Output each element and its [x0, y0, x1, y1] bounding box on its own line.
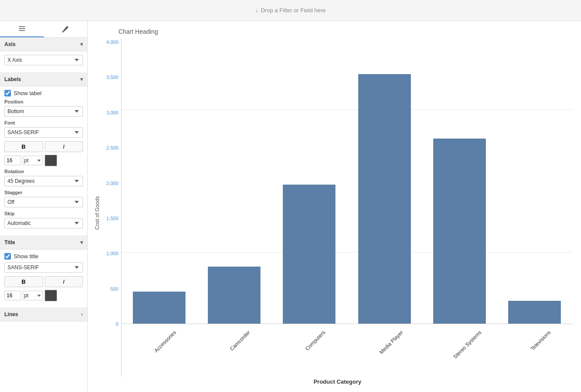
- skip-label: Skip: [4, 211, 83, 216]
- rotation-select-row: 45 Degrees 0 Degrees 90 Degrees -45 Degr…: [4, 176, 83, 186]
- tab-list[interactable]: [0, 21, 44, 37]
- x-label-group: Televisions: [497, 324, 572, 377]
- x-label-group: Stereo Systems: [422, 324, 497, 377]
- show-label-checkbox[interactable]: [4, 90, 11, 96]
- rotation-select[interactable]: 45 Degrees 0 Degrees 90 Degrees -45 Degr…: [4, 176, 83, 186]
- x-label: Computers: [304, 329, 326, 352]
- bar[interactable]: [508, 301, 561, 324]
- labels-size-input[interactable]: [4, 156, 21, 165]
- bar-group[interactable]: [347, 39, 422, 324]
- x-label-group: Media Player: [347, 324, 422, 377]
- bar-group[interactable]: [422, 39, 497, 324]
- chart-plot: 05001,0001,5002,0002,5003,0003,5004,000 …: [103, 39, 572, 388]
- y-tick-label: 500: [103, 285, 121, 292]
- axis-chevron-icon: ▾: [80, 41, 83, 47]
- x-labels-area: AccessoriesCamcorderComputersMedia Playe…: [121, 324, 572, 377]
- labels-section-label: Labels: [4, 76, 21, 82]
- labels-section-header[interactable]: Labels ▾: [0, 73, 87, 86]
- show-title-text: Show title: [14, 253, 38, 260]
- bar-group[interactable]: [196, 39, 271, 324]
- skip-select[interactable]: Automatic 1 2 3: [4, 218, 83, 228]
- drop-filter-icon: ↓: [255, 7, 258, 14]
- svg-point-3: [62, 31, 64, 32]
- drop-filter-text: Drop a Filter or Field here: [261, 7, 326, 14]
- chart-wrapper: Cost of Goods 05001,0001,5002,0002,5003,…: [92, 39, 572, 388]
- font-select[interactable]: SANS-SERIF SERIF MONOSPACE: [4, 127, 83, 138]
- x-label: Accessories: [153, 329, 178, 354]
- y-tick-label: 0: [103, 321, 121, 328]
- x-label-group: Accessories: [121, 324, 196, 377]
- bar[interactable]: [358, 74, 411, 324]
- labels-size-color-row: pt px em: [4, 155, 83, 166]
- stagger-select-row: Off On: [4, 197, 83, 207]
- title-unit-select[interactable]: pt px em: [23, 291, 43, 300]
- bar-group[interactable]: [497, 39, 572, 324]
- title-size-color-row: pt px em: [4, 290, 83, 301]
- bar-group[interactable]: [272, 39, 347, 324]
- rotation-label: Rotation: [4, 169, 83, 174]
- y-tick-label: 1,000: [103, 250, 121, 257]
- position-label: Position: [4, 99, 83, 104]
- title-font-select[interactable]: SANS-SERIF SERIF MONOSPACE: [4, 262, 83, 273]
- title-chevron-icon: ▾: [80, 239, 83, 246]
- brush-icon: [61, 25, 69, 33]
- y-tick-label: 2,500: [103, 144, 121, 151]
- bar[interactable]: [208, 267, 260, 324]
- axis-select-row: X Axis Y Axis: [4, 55, 83, 65]
- title-bold-button[interactable]: B: [4, 276, 43, 287]
- title-italic-button[interactable]: I: [45, 276, 83, 287]
- stagger-label: Stagger: [4, 190, 83, 195]
- lines-chevron-icon: ›: [81, 311, 83, 317]
- left-panel: Axis ▾ X Axis Y Axis Labels ▾ Show label…: [0, 21, 88, 392]
- position-select-row: Bottom Top Left Right: [4, 106, 83, 117]
- position-select[interactable]: Bottom Top Left Right: [4, 106, 83, 117]
- x-label-group: Computers: [272, 324, 347, 377]
- lines-section-label: Lines: [4, 311, 18, 317]
- y-tick-label: 3,000: [103, 109, 121, 116]
- y-axis-label: Cost of Goods: [92, 39, 103, 388]
- labels-section-content: Show label Position Bottom Top Left Righ…: [0, 86, 87, 236]
- show-title-row: Show title: [4, 253, 83, 260]
- axis-section-content: X Axis Y Axis: [0, 51, 87, 73]
- labels-color-swatch[interactable]: [45, 155, 57, 166]
- y-tick-label: 2,000: [103, 180, 121, 187]
- title-font-select-row: SANS-SERIF SERIF MONOSPACE: [4, 262, 83, 273]
- labels-unit-select[interactable]: pt px em: [23, 156, 43, 165]
- title-size-input[interactable]: [4, 291, 21, 300]
- bar[interactable]: [433, 139, 486, 324]
- font-label: Font: [4, 120, 83, 125]
- show-title-checkbox[interactable]: [4, 253, 11, 260]
- axis-select[interactable]: X Axis Y Axis: [4, 55, 83, 65]
- tab-brush[interactable]: [44, 21, 88, 37]
- y-tick-label: 4,000: [103, 39, 121, 46]
- x-label: Televisions: [529, 329, 552, 352]
- bar[interactable]: [283, 185, 335, 324]
- bold-button[interactable]: B: [4, 141, 43, 152]
- title-color-swatch[interactable]: [45, 290, 57, 301]
- svg-rect-0: [19, 26, 25, 27]
- x-axis-title: Product Category: [103, 378, 572, 388]
- stagger-select[interactable]: Off On: [4, 197, 83, 207]
- title-section-content: Show title SANS-SERIF SERIF MONOSPACE B …: [0, 249, 87, 308]
- chart-heading: Chart Heading: [118, 28, 572, 35]
- x-label: Camcorder: [229, 329, 252, 352]
- labels-chevron-icon: ▾: [80, 76, 83, 82]
- show-label-text: Show label: [14, 90, 42, 96]
- list-icon: [18, 25, 26, 33]
- axis-section-header[interactable]: Axis ▾: [0, 38, 87, 51]
- title-bold-italic-row: B I: [4, 276, 83, 287]
- bar[interactable]: [133, 292, 185, 324]
- svg-rect-2: [19, 30, 25, 31]
- axis-section-label: Axis: [4, 41, 15, 47]
- main-area: Axis ▾ X Axis Y Axis Labels ▾ Show label…: [0, 21, 581, 392]
- lines-section-header[interactable]: Lines ›: [0, 308, 87, 321]
- title-section-label: Title: [4, 239, 15, 246]
- filter-bar[interactable]: ↓ Drop a Filter or Field here: [0, 0, 581, 21]
- panel-tabs: [0, 21, 87, 38]
- italic-button[interactable]: I: [45, 141, 83, 152]
- chart-inner: Cost of Goods 05001,0001,5002,0002,5003,…: [92, 39, 572, 388]
- bar-group[interactable]: [121, 39, 196, 324]
- title-section-header[interactable]: Title ▾: [0, 236, 87, 249]
- font-select-row: SANS-SERIF SERIF MONOSPACE: [4, 127, 83, 138]
- show-label-row: Show label: [4, 90, 83, 96]
